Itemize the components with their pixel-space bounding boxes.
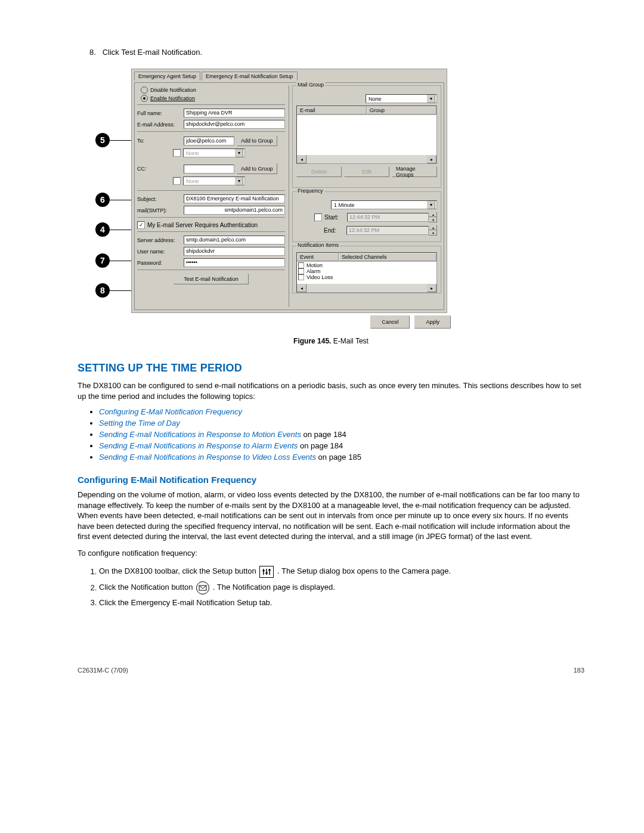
button-manage-groups[interactable]: Manage Groups: [392, 166, 437, 177]
dropdown-to-group[interactable]: None ▾: [183, 148, 245, 157]
dropdown-frequency[interactable]: 1 Minute ▾: [331, 200, 437, 209]
label-email-address: E-mail Address:: [137, 122, 184, 128]
link-config-freq[interactable]: Configuring E-Mail Notification Frequenc…: [99, 407, 242, 416]
col-group[interactable]: Group: [367, 106, 436, 114]
spin-down-icon[interactable]: ▾: [429, 217, 437, 222]
spin-up-icon[interactable]: ▴: [429, 212, 437, 217]
button-edit[interactable]: Edit: [344, 166, 389, 177]
label-subject: Subject:: [137, 196, 184, 202]
input-email-address[interactable]: shipdockdvr@pelco.com: [184, 120, 285, 129]
checkbox-auth[interactable]: [137, 221, 145, 229]
col-selected-channels[interactable]: Selected Channels: [339, 253, 436, 261]
scrollbar-h[interactable]: ◂ ▸: [297, 284, 436, 292]
label-password: Password:: [137, 260, 184, 266]
button-delete[interactable]: Delete: [296, 166, 342, 177]
mail-group-table: E-mail Group ◂ ▸: [296, 106, 437, 164]
label-server: Server address:: [137, 237, 184, 243]
link-time-of-day[interactable]: Setting the Time of Day: [99, 419, 180, 428]
legend-notification-items: Notification Items: [296, 242, 340, 248]
screenshot-wrapper: 5 6 4 7 8 Emergency Agent Setup Emergenc…: [95, 69, 584, 331]
notification-table: Event Selected Channels Motion Alarm Vid…: [296, 252, 437, 293]
step-8-num: 8.: [89, 48, 100, 57]
figure-caption: Figure 145. E-Mail Test: [78, 337, 584, 345]
label-auth: My E-mail Server Requires Authentication: [147, 222, 258, 228]
col-email[interactable]: E-mail: [297, 106, 367, 114]
dropdown-mail-group[interactable]: None ▾: [366, 94, 437, 103]
link-video-loss-events[interactable]: Sending E-mail Notifications in Response…: [99, 453, 316, 462]
setup-icon: [259, 566, 274, 578]
spin-down-icon[interactable]: ▾: [429, 230, 437, 236]
link-alarm-events[interactable]: Sending E-mail Notifications in Response…: [99, 441, 298, 450]
chevron-down-icon: ▾: [235, 177, 243, 185]
legend-mail-group: Mail Group: [296, 82, 325, 88]
freq-paragraph: Depending on the volume of motion, alarm…: [78, 490, 584, 542]
input-password[interactable]: ••••••: [184, 258, 285, 267]
label-smtp: mail(SMTP):: [137, 208, 184, 213]
input-full-name[interactable]: Shipping Area DVR: [184, 109, 285, 117]
legend-frequency: Frequency: [296, 188, 324, 194]
footer-right: 183: [574, 667, 584, 674]
tab-agent-setup[interactable]: Emergency Agent Setup: [134, 72, 200, 80]
notification-icon: [196, 581, 209, 594]
button-add-to-group-cc[interactable]: Add to Group: [237, 163, 277, 174]
checkbox-to-group[interactable]: [173, 149, 181, 157]
label-start: Start:: [324, 214, 347, 221]
step-2: Click the Notification button . The Noti…: [99, 581, 584, 594]
checkbox-start[interactable]: [314, 213, 322, 221]
scroll-left-icon[interactable]: ◂: [297, 155, 306, 163]
tab-email-setup[interactable]: Emergency E-mail Notification Setup: [202, 72, 298, 80]
checkbox-motion[interactable]: [298, 262, 304, 268]
input-user[interactable]: shipdockdvr: [184, 247, 285, 256]
input-end[interactable]: 12:44:32 PM: [346, 226, 429, 235]
chevron-down-icon: ▾: [427, 201, 435, 209]
steps-intro: To configure notification frequency:: [78, 548, 584, 559]
label-end: End:: [324, 227, 346, 234]
intro-paragraph: The DX8100 can be configured to send e-m…: [78, 380, 584, 401]
checkbox-video-loss[interactable]: [298, 274, 304, 280]
input-start[interactable]: 12:44:32 PM: [347, 213, 429, 222]
dropdown-cc-group[interactable]: None ▾: [183, 176, 245, 185]
button-cancel[interactable]: Cancel: [370, 315, 410, 329]
button-test-email[interactable]: Test E-mail Notification: [174, 274, 249, 284]
heading-setting-up-time-period: SETTING UP THE TIME PERIOD: [78, 362, 584, 374]
button-add-to-group-to[interactable]: Add to Group: [237, 135, 277, 146]
step-8: 8. Click Test E-mail Notification.: [89, 48, 584, 57]
input-to[interactable]: jdoe@pelco.com: [184, 137, 234, 145]
step-1: On the DX8100 toolbar, click the Setup b…: [99, 566, 584, 578]
scroll-left-icon[interactable]: ◂: [297, 284, 306, 292]
scrollbar-h[interactable]: ◂ ▸: [297, 155, 436, 163]
footer-left: C2631M-C (7/09): [78, 667, 128, 674]
checkbox-cc-group[interactable]: [173, 177, 181, 185]
scroll-right-icon[interactable]: ▸: [427, 284, 436, 292]
step-3: Click the Emergency E-mail Notification …: [99, 598, 584, 607]
label-user: User name:: [137, 249, 184, 255]
input-smtp[interactable]: smtpdomain1.pelco.com: [184, 206, 285, 215]
input-server[interactable]: smtp.domain1.pelco.com: [184, 236, 285, 244]
label-to: To:: [137, 138, 184, 144]
step-8-text: Click Test E-mail Notification.: [103, 48, 202, 57]
label-full-name: Full name:: [137, 110, 184, 116]
col-event[interactable]: Event: [297, 253, 339, 261]
scroll-right-icon[interactable]: ▸: [427, 155, 436, 163]
label-cc: CC:: [137, 166, 184, 172]
radio-enable[interactable]: Enable Notification: [141, 95, 285, 102]
checkbox-alarm[interactable]: [298, 268, 304, 274]
radio-disable[interactable]: Disable Notification: [141, 86, 285, 94]
button-apply[interactable]: Apply: [414, 315, 451, 329]
heading-config-freq: Configuring E-Mail Notification Frequenc…: [78, 475, 584, 485]
dialog-screenshot: Emergency Agent Setup Emergency E-mail N…: [131, 69, 447, 313]
chevron-down-icon: ▾: [235, 149, 243, 157]
spin-up-icon[interactable]: ▴: [429, 225, 437, 230]
link-motion-events[interactable]: Sending E-mail Notifications in Response…: [99, 430, 301, 439]
input-cc[interactable]: [184, 165, 234, 174]
input-subject[interactable]: DX8100 Emergency E-mail Notification: [184, 194, 285, 203]
chevron-down-icon: ▾: [427, 95, 435, 103]
